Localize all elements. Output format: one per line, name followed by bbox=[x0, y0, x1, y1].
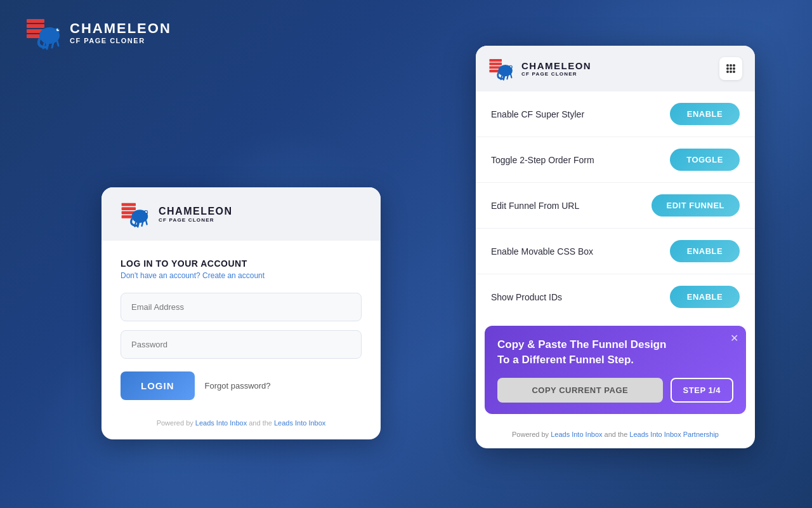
email-input[interactable] bbox=[121, 293, 362, 321]
banner-title: Copy & Paste The Funnel DesignTo a Diffe… bbox=[497, 337, 733, 368]
login-card-header: CHAMELEON CF PAGE CLONER bbox=[102, 187, 381, 241]
ext-menu-button[interactable] bbox=[719, 57, 742, 80]
svg-line-9 bbox=[47, 44, 48, 49]
svg-point-7 bbox=[58, 29, 59, 30]
login-footer-link2[interactable]: Leads Into Inbox bbox=[274, 419, 325, 427]
ext-row-label-edit-funnel: Edit Funnel From URL bbox=[491, 201, 579, 211]
ext-footer-link2[interactable]: Leads Into Inbox Partnership bbox=[629, 431, 719, 438]
svg-line-32 bbox=[501, 76, 502, 80]
svg-point-40 bbox=[730, 67, 732, 70]
ext-footer-and: and the bbox=[605, 431, 630, 438]
login-subtitle-text: Don't have an account? bbox=[121, 271, 202, 280]
banner-actions: COPY CURRENT PAGE STEP 1/4 bbox=[497, 378, 733, 403]
svg-line-10 bbox=[52, 43, 53, 48]
top-brand-text: CHAMELEON CF PAGE CLONER bbox=[70, 21, 171, 44]
svg-point-44 bbox=[733, 70, 735, 73]
top-brand-sub: CF PAGE CLONER bbox=[70, 37, 171, 44]
svg-line-8 bbox=[43, 43, 44, 48]
ext-footer-text: Powered by bbox=[512, 431, 551, 438]
ext-row-label-super-styler: Enable CF Super Styler bbox=[491, 109, 584, 119]
svg-rect-25 bbox=[489, 63, 502, 65]
ext-footer-link1[interactable]: Leads Into Inbox bbox=[551, 431, 602, 438]
ext-body: Enable CF Super Styler ENABLE Toggle 2-S… bbox=[476, 91, 755, 414]
top-brand: CHAMELEON CF PAGE CLONER bbox=[25, 15, 171, 50]
ext-panel: CHAMELEON CF PAGE CLONER Enable CF Super… bbox=[476, 46, 755, 448]
svg-rect-0 bbox=[27, 19, 44, 23]
svg-rect-1 bbox=[27, 24, 44, 28]
svg-line-20 bbox=[134, 222, 136, 226]
login-button[interactable]: LOGIN bbox=[121, 371, 195, 400]
svg-rect-12 bbox=[122, 203, 136, 206]
svg-point-42 bbox=[726, 70, 729, 73]
top-brand-name: CHAMELEON bbox=[70, 21, 171, 36]
login-card-logo-icon bbox=[121, 200, 151, 228]
login-subtitle: Don't have an account? Create an account bbox=[121, 271, 362, 280]
ext-row-label-toggle-order: Toggle 2-Step Order Form bbox=[491, 155, 594, 165]
login-card: CHAMELEON CF PAGE CLONER LOG IN TO YOUR … bbox=[102, 187, 381, 439]
svg-line-23 bbox=[146, 220, 147, 224]
ext-copy-paste-banner: ✕ Copy & Paste The Funnel DesignTo a Dif… bbox=[485, 326, 746, 414]
ext-brand-sub: CF PAGE CLONER bbox=[521, 71, 591, 77]
login-footer-and: and the bbox=[249, 419, 274, 427]
ext-row-label-movable-css: Enable Movable CSS Box bbox=[491, 246, 593, 257]
ext-row-movable-css: Enable Movable CSS Box ENABLE bbox=[476, 229, 755, 274]
banner-close-button[interactable]: ✕ bbox=[730, 332, 738, 344]
login-card-brand: CHAMELEON CF PAGE CLONER bbox=[159, 206, 233, 223]
ext-brand-name: CHAMELEON bbox=[521, 60, 591, 71]
svg-point-38 bbox=[733, 64, 735, 67]
ext-logo-icon bbox=[488, 56, 515, 81]
login-card-brand-name: CHAMELEON bbox=[159, 206, 233, 217]
ext-row-label-product-ids: Show Product IDs bbox=[491, 292, 562, 302]
show-product-ids-button[interactable]: ENABLE bbox=[670, 286, 740, 308]
top-logo-icon bbox=[25, 15, 63, 50]
svg-point-36 bbox=[726, 64, 729, 67]
svg-line-11 bbox=[57, 41, 58, 46]
svg-point-19 bbox=[147, 211, 148, 212]
create-account-link[interactable]: Create an account bbox=[202, 271, 265, 280]
svg-line-35 bbox=[511, 74, 511, 78]
svg-point-41 bbox=[733, 67, 735, 70]
login-footer-link1[interactable]: Leads Into Inbox bbox=[195, 419, 247, 427]
svg-point-37 bbox=[730, 64, 732, 67]
grid-icon bbox=[725, 63, 737, 74]
svg-line-34 bbox=[507, 76, 508, 79]
login-title: LOG IN TO YOUR ACCOUNT bbox=[121, 258, 362, 269]
enable-movable-css-button[interactable]: ENABLE bbox=[670, 240, 740, 262]
toggle-order-form-button[interactable]: TOGGLE bbox=[670, 149, 740, 171]
svg-line-33 bbox=[504, 76, 504, 80]
login-card-brand-sub: CF PAGE CLONER bbox=[159, 217, 233, 223]
login-footer-text: Powered by bbox=[157, 419, 195, 427]
ext-row-product-ids: Show Product IDs ENABLE bbox=[476, 274, 755, 319]
login-body: LOG IN TO YOUR ACCOUNT Don't have an acc… bbox=[102, 241, 381, 406]
svg-point-43 bbox=[730, 70, 732, 73]
forgot-password-link[interactable]: Forgot password? bbox=[205, 381, 271, 391]
ext-brand: CHAMELEON CF PAGE CLONER bbox=[521, 60, 591, 77]
svg-point-31 bbox=[511, 65, 512, 66]
svg-point-39 bbox=[726, 67, 729, 70]
login-actions: LOGIN Forgot password? bbox=[121, 371, 362, 400]
password-input[interactable] bbox=[121, 330, 362, 359]
ext-footer: Powered by Leads Into Inbox and the Lead… bbox=[476, 423, 755, 448]
copy-current-page-button[interactable]: COPY CURRENT PAGE bbox=[497, 378, 663, 403]
ext-row-toggle-order: Toggle 2-Step Order Form TOGGLE bbox=[476, 137, 755, 183]
svg-rect-24 bbox=[489, 59, 502, 62]
ext-row-edit-funnel: Edit Funnel From URL EDIT FUNNEL bbox=[476, 183, 755, 229]
edit-funnel-button[interactable]: EDIT FUNNEL bbox=[652, 194, 740, 217]
step-button[interactable]: STEP 1/4 bbox=[671, 378, 733, 403]
login-footer: Powered by Leads Into Inbox and the Lead… bbox=[102, 419, 381, 427]
ext-row-super-styler: Enable CF Super Styler ENABLE bbox=[476, 91, 755, 137]
ext-header: CHAMELEON CF PAGE CLONER bbox=[476, 46, 755, 91]
svg-line-22 bbox=[142, 222, 143, 225]
enable-super-styler-button[interactable]: ENABLE bbox=[670, 103, 740, 125]
ext-header-left: CHAMELEON CF PAGE CLONER bbox=[488, 56, 591, 81]
svg-rect-13 bbox=[122, 207, 136, 210]
svg-line-21 bbox=[138, 223, 139, 227]
